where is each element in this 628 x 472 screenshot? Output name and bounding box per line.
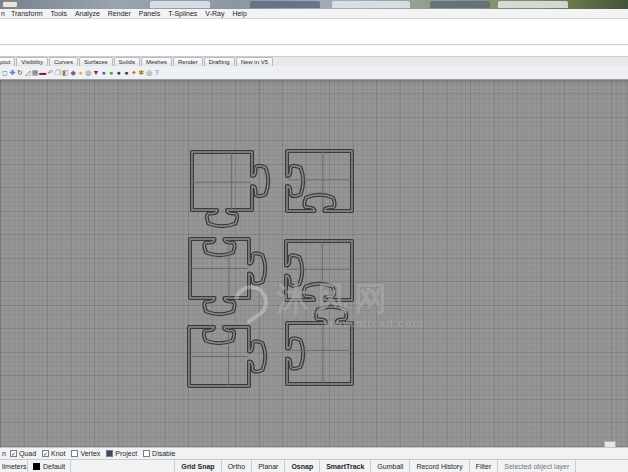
- toolbar-tab-render[interactable]: Render: [173, 57, 203, 66]
- tsplines-icon[interactable]: ✦: [130, 67, 138, 78]
- toolbar-tab-solids[interactable]: Solids: [114, 57, 140, 66]
- lightbulb-icon[interactable]: ●: [77, 67, 85, 78]
- units-cell[interactable]: limeters: [0, 460, 28, 472]
- material-icon[interactable]: ◆: [69, 67, 77, 78]
- menu-item-partial[interactable]: n: [0, 10, 7, 17]
- osnap-checkbox-project[interactable]: ■: [106, 450, 113, 457]
- osnap-checkbox-knot[interactable]: ✓: [42, 450, 49, 457]
- copy-icon[interactable]: ❐: [54, 67, 62, 78]
- osnap-disable[interactable]: Disable: [143, 450, 175, 457]
- status-pane-gumball[interactable]: Gumball: [371, 460, 410, 472]
- menu-item-help[interactable]: Help: [228, 10, 250, 17]
- background-tab: [150, 1, 210, 8]
- status-pane-ortho[interactable]: Ortho: [222, 460, 253, 472]
- osnap-label: Quad: [19, 450, 36, 457]
- osnap-vertex[interactable]: Vertex: [71, 450, 100, 457]
- puzzle-piece-6[interactable]: [287, 307, 352, 384]
- layer-color-swatch: [33, 463, 40, 470]
- background-tab: [498, 1, 568, 8]
- undo-icon[interactable]: ↶: [47, 67, 55, 78]
- osnap-label: Knot: [51, 450, 65, 457]
- move-icon[interactable]: ✥: [9, 67, 17, 78]
- menu-item-transform[interactable]: Transform: [7, 10, 47, 17]
- render-sphere-navy-icon[interactable]: ●: [115, 67, 123, 78]
- osnap-project[interactable]: ■Project: [106, 450, 137, 457]
- osnap-checkbox-quad[interactable]: ✓: [10, 450, 17, 457]
- background-tab: [332, 1, 410, 8]
- puzzle-piece-5[interactable]: [189, 327, 265, 386]
- menu-item-panels[interactable]: Panels: [135, 10, 164, 17]
- puzzle-piece-1[interactable]: [192, 152, 268, 226]
- scale-icon[interactable]: ◿: [24, 67, 32, 78]
- status-pane-osnap[interactable]: Osnap: [285, 460, 320, 472]
- menu-item-analyze[interactable]: Analyze: [71, 10, 104, 17]
- background-tab: [430, 1, 490, 8]
- piece-isocurves: [190, 328, 248, 385]
- status-pane-filter[interactable]: Filter: [470, 460, 499, 472]
- toolbar-tab-visibility[interactable]: Visibility: [16, 57, 48, 66]
- zoom-extents-icon[interactable]: ◻: [1, 67, 9, 78]
- delete-icon[interactable]: ▬: [39, 67, 47, 78]
- piece-isocurves: [287, 242, 351, 299]
- status-spacer: [71, 460, 175, 472]
- osnap-label: Disable: [152, 450, 175, 457]
- render-sphere-green-icon[interactable]: ●: [107, 67, 115, 78]
- command-prompt-input[interactable]: [0, 45, 628, 57]
- current-layer-cell[interactable]: Default: [28, 460, 71, 472]
- osnap-label: Vertex: [80, 450, 100, 457]
- toolbar-tab-meshes[interactable]: Meshes: [141, 57, 172, 66]
- rotate-icon[interactable]: ↻: [16, 67, 24, 78]
- menu-bar: n TransformToolsAnalyzeRenderPanelsT-Spl…: [0, 9, 628, 19]
- osnap-quad[interactable]: ✓Quad: [10, 450, 36, 457]
- toolbar-tab-curves[interactable]: Curves: [49, 57, 78, 66]
- puzzle-piece-3[interactable]: [190, 239, 265, 314]
- osnap-partial-label: n: [2, 450, 6, 457]
- status-pane-selected-object-layer[interactable]: Selected object layer: [498, 460, 576, 472]
- status-bar: limeters Default Grid SnapOrthoPlanarOsn…: [0, 459, 628, 472]
- vray-icon[interactable]: ▼: [92, 67, 100, 78]
- layers-grid-icon[interactable]: ▦: [31, 67, 39, 78]
- osnap-bar: n ✓Quad✓KnotVertex■ProjectDisable: [0, 447, 628, 459]
- units-label: limeters: [2, 463, 27, 470]
- menu-item-v-ray[interactable]: V-Ray: [201, 10, 228, 17]
- help-icon[interactable]: ?: [153, 67, 161, 78]
- render-sphere-dark-icon[interactable]: ●: [123, 67, 131, 78]
- rhino-window: n TransformToolsAnalyzeRenderPanelsT-Spl…: [0, 0, 628, 472]
- toolbar-tab-new-in-v5[interactable]: New in V5: [236, 57, 273, 66]
- osnap-checkbox-vertex[interactable]: [71, 450, 78, 457]
- background-window-fragment: [2, 1, 18, 8]
- main-toolbar: ◻✥↻◿▦▬↶❐◧◆●◍▼●●●●✦✱◎?: [0, 66, 628, 80]
- status-pane-grid-snap[interactable]: Grid Snap: [175, 460, 221, 472]
- puzzle-piece-4[interactable]: [286, 241, 352, 300]
- render-sphere-blue-icon[interactable]: ●: [100, 67, 108, 78]
- paint-bucket-icon[interactable]: ◧: [62, 67, 70, 78]
- osnap-checkbox-disable[interactable]: [143, 450, 150, 457]
- command-history[interactable]: [0, 19, 628, 45]
- top-viewport[interactable]: 沐风网 www.mfcad.com: [0, 80, 628, 447]
- vase-icon[interactable]: ◍: [85, 67, 93, 78]
- background-tab: [250, 1, 320, 8]
- status-pane-planar[interactable]: Planar: [252, 460, 285, 472]
- snapshot-icon[interactable]: ◎: [145, 67, 153, 78]
- desktop-background-strip: [0, 0, 628, 9]
- toolbar-tab-drafting[interactable]: Drafting: [204, 57, 235, 66]
- status-pane-record-history[interactable]: Record History: [410, 460, 469, 472]
- piece-isocurves: [193, 153, 251, 209]
- puzzle-piece-2[interactable]: [287, 151, 352, 211]
- piece-isocurves: [288, 324, 351, 383]
- puzzle-drawing: [0, 80, 628, 447]
- menu-item-t-splines[interactable]: T-Splines: [164, 10, 201, 17]
- settings-gear-icon[interactable]: ✱: [138, 67, 146, 78]
- menu-item-tools[interactable]: Tools: [47, 10, 71, 17]
- toolbar-tab-surfaces[interactable]: Surfaces: [79, 57, 113, 66]
- status-pane-smarttrack[interactable]: SmartTrack: [320, 460, 371, 472]
- toolbar-tab-partial[interactable]: yout: [0, 57, 15, 66]
- piece-isocurves: [288, 152, 351, 210]
- osnap-knot[interactable]: ✓Knot: [42, 450, 65, 457]
- osnap-label: Project: [115, 450, 137, 457]
- piece-isocurves: [191, 240, 248, 297]
- menu-item-render[interactable]: Render: [104, 10, 135, 17]
- layer-name: Default: [43, 463, 65, 470]
- toolbar-tab-strip: yout VisibilityCurvesSurfacesSolidsMeshe…: [0, 57, 628, 66]
